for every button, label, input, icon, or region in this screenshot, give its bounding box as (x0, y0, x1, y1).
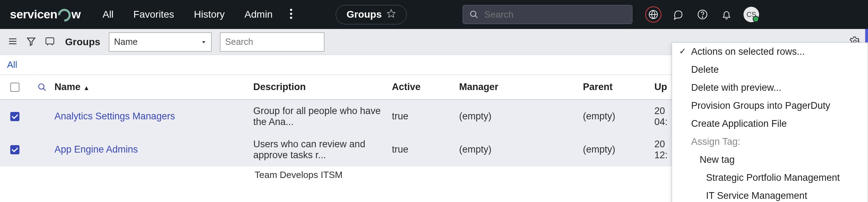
activity-icon[interactable] (45, 36, 55, 48)
menu-create-app-file[interactable]: Create Application File (672, 115, 868, 133)
menu-assign-tag: Assign Tag: (672, 133, 868, 151)
actions-menu: Actions on selected rows... Delete Delet… (672, 42, 868, 202)
servicenow-logo[interactable]: servicenw (10, 7, 81, 22)
global-search-input[interactable] (484, 9, 626, 20)
svg-line-5 (475, 16, 478, 18)
logo-text-pre: servicen (10, 7, 57, 21)
chevron-down-icon (201, 40, 206, 44)
col-manager[interactable]: Manager (459, 82, 583, 93)
top-nav: servicenw All Favorites History Admin Gr… (0, 0, 868, 29)
row-parent: (empty) (583, 111, 654, 122)
svg-point-4 (471, 11, 476, 16)
row-checkbox[interactable] (10, 145, 19, 154)
avatar[interactable]: CS (743, 7, 759, 22)
row-checkbox[interactable] (10, 112, 19, 121)
list-search-input[interactable] (220, 32, 324, 52)
search-field-value: Name (114, 37, 138, 47)
svg-line-17 (43, 88, 46, 91)
row-description: Users who can review and approve tasks r… (253, 139, 392, 161)
svg-point-0 (290, 9, 292, 11)
nav-all[interactable]: All (94, 6, 122, 23)
svg-point-16 (39, 84, 44, 89)
nav-right: CS (645, 6, 759, 23)
row-active: true (392, 111, 459, 122)
nav-favorites[interactable]: Favorites (125, 6, 183, 23)
help-icon[interactable] (695, 7, 710, 22)
avatar-initials: CS (746, 11, 756, 19)
col-parent[interactable]: Parent (583, 82, 654, 93)
row-parent: (empty) (583, 144, 654, 155)
search-icon (469, 10, 479, 19)
logo-text-post: w (71, 7, 81, 21)
menu-new-tag[interactable]: New tag (672, 151, 868, 169)
svg-point-1 (290, 13, 292, 15)
nav-admin[interactable]: Admin (236, 6, 281, 23)
filter-icon[interactable] (26, 36, 36, 48)
row-manager: (empty) (459, 144, 583, 155)
menu-tag-0[interactable]: Strategic Portfolio Management (672, 169, 868, 187)
chat-icon[interactable] (671, 7, 685, 22)
row-active: true (392, 144, 459, 155)
menu-tag-1[interactable]: IT Service Management (672, 187, 868, 202)
context-pill[interactable]: Groups (336, 5, 407, 24)
menu-delete-preview[interactable]: Delete with preview... (672, 79, 868, 97)
bell-icon[interactable] (719, 7, 734, 22)
nav-more-icon[interactable] (284, 8, 298, 20)
nav-history[interactable]: History (185, 6, 233, 23)
search-field-select[interactable]: Name (109, 32, 212, 52)
col-description[interactable]: Description (253, 82, 392, 93)
context-title: Groups (347, 9, 382, 20)
menu-provision-pagerduty[interactable]: Provision Groups into PagerDuty (672, 97, 868, 115)
logo-o-icon (57, 7, 71, 22)
sort-asc-icon: ▲ (83, 84, 90, 92)
col-name[interactable]: Name▲ (54, 82, 253, 93)
row-name-link[interactable]: App Engine Admins (54, 144, 138, 155)
select-all-checkbox[interactable] (10, 83, 19, 92)
col-active[interactable]: Active (392, 82, 459, 93)
peek-desc: Team Develops ITSM (255, 170, 343, 180)
list-title: Groups (65, 36, 100, 48)
row-manager: (empty) (459, 111, 583, 122)
row-description: Group for all people who have the Ana... (253, 106, 392, 127)
menu-header[interactable]: Actions on selected rows... (672, 43, 868, 61)
global-search[interactable] (463, 5, 632, 24)
globe-icon[interactable] (645, 6, 661, 23)
column-search-icon[interactable] (37, 83, 47, 92)
svg-rect-13 (46, 38, 54, 44)
svg-point-2 (290, 17, 292, 19)
svg-marker-12 (28, 38, 35, 45)
list-menu-icon[interactable] (8, 36, 18, 48)
star-icon[interactable] (387, 9, 396, 20)
menu-delete[interactable]: Delete (672, 61, 868, 79)
svg-marker-14 (202, 41, 205, 43)
svg-point-8 (702, 17, 703, 18)
breadcrumb-all[interactable]: All (7, 59, 17, 70)
row-name-link[interactable]: Analytics Settings Managers (54, 111, 175, 121)
svg-marker-3 (387, 10, 395, 17)
